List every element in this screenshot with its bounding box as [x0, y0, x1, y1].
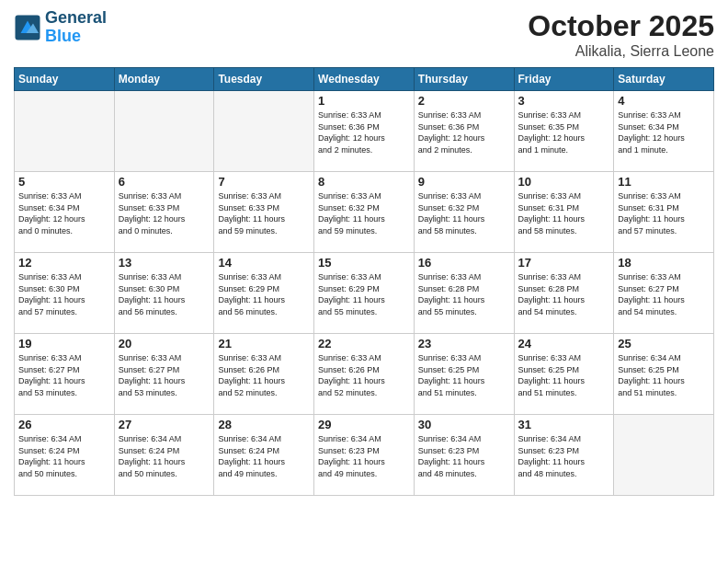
- day-number: 23: [418, 337, 510, 350]
- day-number: 7: [218, 175, 310, 189]
- day-info: Sunrise: 6:33 AM Sunset: 6:36 PM Dayligh…: [418, 109, 510, 155]
- calendar-cell: 21Sunrise: 6:33 AM Sunset: 6:26 PM Dayli…: [214, 334, 314, 415]
- day-info: Sunrise: 6:33 AM Sunset: 6:30 PM Dayligh…: [119, 271, 210, 317]
- day-info: Sunrise: 6:34 AM Sunset: 6:24 PM Dayligh…: [119, 433, 210, 479]
- title-block: October 2025 Alikalia, Sierra Leone: [528, 9, 714, 60]
- day-number: 17: [518, 256, 610, 270]
- calendar-cell: 19Sunrise: 6:33 AM Sunset: 6:27 PM Dayli…: [15, 334, 115, 415]
- day-number: 31: [518, 418, 610, 431]
- calendar-cell: 1Sunrise: 6:33 AM Sunset: 6:36 PM Daylig…: [314, 91, 415, 172]
- calendar-cell: 28Sunrise: 6:34 AM Sunset: 6:24 PM Dayli…: [214, 415, 314, 496]
- page-container: General Blue October 2025 Alikalia, Sier…: [0, 0, 728, 505]
- calendar-cell: 29Sunrise: 6:34 AM Sunset: 6:23 PM Dayli…: [314, 415, 415, 496]
- day-number: 14: [218, 256, 310, 270]
- calendar-cell: 22Sunrise: 6:33 AM Sunset: 6:26 PM Dayli…: [314, 334, 415, 415]
- calendar-cell: 8Sunrise: 6:33 AM Sunset: 6:32 PM Daylig…: [314, 172, 415, 253]
- day-info: Sunrise: 6:33 AM Sunset: 6:27 PM Dayligh…: [119, 352, 210, 398]
- day-info: Sunrise: 6:34 AM Sunset: 6:23 PM Dayligh…: [418, 433, 510, 479]
- day-number: 21: [218, 337, 310, 350]
- day-number: 11: [618, 175, 710, 189]
- calendar-cell: 3Sunrise: 6:33 AM Sunset: 6:35 PM Daylig…: [514, 91, 614, 172]
- weekday-header: Sunday: [15, 68, 115, 91]
- page-header: General Blue October 2025 Alikalia, Sier…: [14, 9, 714, 60]
- day-info: Sunrise: 6:33 AM Sunset: 6:26 PM Dayligh…: [218, 352, 310, 398]
- day-number: 12: [18, 256, 110, 270]
- weekday-header: Saturday: [614, 68, 714, 91]
- day-info: Sunrise: 6:33 AM Sunset: 6:28 PM Dayligh…: [518, 271, 610, 317]
- day-info: Sunrise: 6:33 AM Sunset: 6:33 PM Dayligh…: [119, 190, 210, 236]
- day-number: 29: [318, 418, 410, 431]
- day-info: Sunrise: 6:33 AM Sunset: 6:27 PM Dayligh…: [618, 271, 710, 317]
- calendar-week-row: 12Sunrise: 6:33 AM Sunset: 6:30 PM Dayli…: [15, 253, 714, 334]
- day-number: 8: [318, 175, 410, 189]
- day-info: Sunrise: 6:33 AM Sunset: 6:28 PM Dayligh…: [418, 271, 510, 317]
- calendar-cell: 24Sunrise: 6:33 AM Sunset: 6:25 PM Dayli…: [514, 334, 614, 415]
- day-number: 19: [18, 337, 110, 350]
- day-number: 1: [318, 94, 410, 108]
- day-info: Sunrise: 6:33 AM Sunset: 6:31 PM Dayligh…: [618, 190, 710, 236]
- day-info: Sunrise: 6:33 AM Sunset: 6:36 PM Dayligh…: [318, 109, 410, 155]
- calendar-cell: 31Sunrise: 6:34 AM Sunset: 6:23 PM Dayli…: [514, 415, 614, 496]
- calendar-cell: [214, 91, 314, 172]
- day-number: 27: [119, 418, 210, 431]
- day-number: 15: [318, 256, 410, 270]
- calendar-cell: 15Sunrise: 6:33 AM Sunset: 6:29 PM Dayli…: [314, 253, 415, 334]
- calendar-cell: 13Sunrise: 6:33 AM Sunset: 6:30 PM Dayli…: [114, 253, 214, 334]
- calendar-cell: 18Sunrise: 6:33 AM Sunset: 6:27 PM Dayli…: [614, 253, 714, 334]
- calendar-cell: 25Sunrise: 6:34 AM Sunset: 6:25 PM Dayli…: [614, 334, 714, 415]
- weekday-header-row: SundayMondayTuesdayWednesdayThursdayFrid…: [15, 68, 714, 91]
- day-number: 18: [618, 256, 710, 270]
- location-title: Alikalia, Sierra Leone: [528, 43, 714, 60]
- day-number: 6: [119, 175, 210, 189]
- weekday-header: Tuesday: [214, 68, 314, 91]
- day-number: 20: [119, 337, 210, 350]
- day-number: 24: [518, 337, 610, 350]
- calendar-cell: 30Sunrise: 6:34 AM Sunset: 6:23 PM Dayli…: [414, 415, 514, 496]
- day-number: 2: [418, 94, 510, 108]
- logo-text: General Blue: [45, 9, 107, 46]
- day-info: Sunrise: 6:33 AM Sunset: 6:26 PM Dayligh…: [318, 352, 410, 398]
- calendar-cell: 2Sunrise: 6:33 AM Sunset: 6:36 PM Daylig…: [414, 91, 514, 172]
- calendar-cell: 20Sunrise: 6:33 AM Sunset: 6:27 PM Dayli…: [114, 334, 214, 415]
- calendar-cell: 11Sunrise: 6:33 AM Sunset: 6:31 PM Dayli…: [614, 172, 714, 253]
- calendar-cell: 17Sunrise: 6:33 AM Sunset: 6:28 PM Dayli…: [514, 253, 614, 334]
- day-info: Sunrise: 6:33 AM Sunset: 6:34 PM Dayligh…: [18, 190, 110, 236]
- day-info: Sunrise: 6:34 AM Sunset: 6:24 PM Dayligh…: [18, 433, 110, 479]
- day-number: 25: [618, 337, 710, 350]
- day-number: 30: [418, 418, 510, 431]
- logo: General Blue: [14, 9, 107, 46]
- calendar-cell: 23Sunrise: 6:33 AM Sunset: 6:25 PM Dayli…: [414, 334, 514, 415]
- weekday-header: Wednesday: [314, 68, 415, 91]
- calendar-cell: 16Sunrise: 6:33 AM Sunset: 6:28 PM Dayli…: [414, 253, 514, 334]
- day-info: Sunrise: 6:33 AM Sunset: 6:25 PM Dayligh…: [418, 352, 510, 398]
- day-info: Sunrise: 6:33 AM Sunset: 6:27 PM Dayligh…: [18, 352, 110, 398]
- calendar-cell: [15, 91, 115, 172]
- weekday-header: Friday: [514, 68, 614, 91]
- day-info: Sunrise: 6:33 AM Sunset: 6:31 PM Dayligh…: [518, 190, 610, 236]
- day-info: Sunrise: 6:33 AM Sunset: 6:32 PM Dayligh…: [418, 190, 510, 236]
- day-info: Sunrise: 6:33 AM Sunset: 6:34 PM Dayligh…: [618, 109, 710, 155]
- day-number: 4: [618, 94, 710, 108]
- calendar-week-row: 1Sunrise: 6:33 AM Sunset: 6:36 PM Daylig…: [15, 91, 714, 172]
- calendar-cell: [114, 91, 214, 172]
- calendar-cell: 27Sunrise: 6:34 AM Sunset: 6:24 PM Dayli…: [114, 415, 214, 496]
- weekday-header: Monday: [114, 68, 214, 91]
- calendar-cell: [614, 415, 714, 496]
- day-info: Sunrise: 6:34 AM Sunset: 6:25 PM Dayligh…: [618, 352, 710, 398]
- day-number: 16: [418, 256, 510, 270]
- weekday-header: Thursday: [414, 68, 514, 91]
- month-title: October 2025: [528, 9, 714, 43]
- day-number: 26: [18, 418, 110, 431]
- calendar-week-row: 26Sunrise: 6:34 AM Sunset: 6:24 PM Dayli…: [15, 415, 714, 496]
- day-info: Sunrise: 6:33 AM Sunset: 6:35 PM Dayligh…: [518, 109, 610, 155]
- calendar-table: SundayMondayTuesdayWednesdayThursdayFrid…: [14, 67, 714, 496]
- calendar-cell: 10Sunrise: 6:33 AM Sunset: 6:31 PM Dayli…: [514, 172, 614, 253]
- day-info: Sunrise: 6:33 AM Sunset: 6:32 PM Dayligh…: [318, 190, 410, 236]
- calendar-cell: 6Sunrise: 6:33 AM Sunset: 6:33 PM Daylig…: [114, 172, 214, 253]
- day-info: Sunrise: 6:33 AM Sunset: 6:25 PM Dayligh…: [518, 352, 610, 398]
- day-number: 9: [418, 175, 510, 189]
- day-info: Sunrise: 6:34 AM Sunset: 6:23 PM Dayligh…: [518, 433, 610, 479]
- day-info: Sunrise: 6:33 AM Sunset: 6:29 PM Dayligh…: [218, 271, 310, 317]
- day-number: 5: [18, 175, 110, 189]
- calendar-cell: 9Sunrise: 6:33 AM Sunset: 6:32 PM Daylig…: [414, 172, 514, 253]
